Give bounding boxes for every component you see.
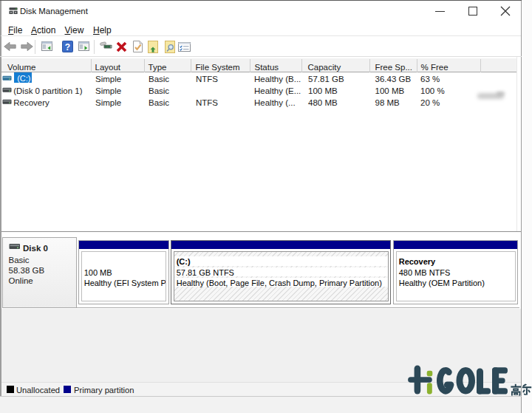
svg-text:?: ? — [65, 42, 70, 52]
